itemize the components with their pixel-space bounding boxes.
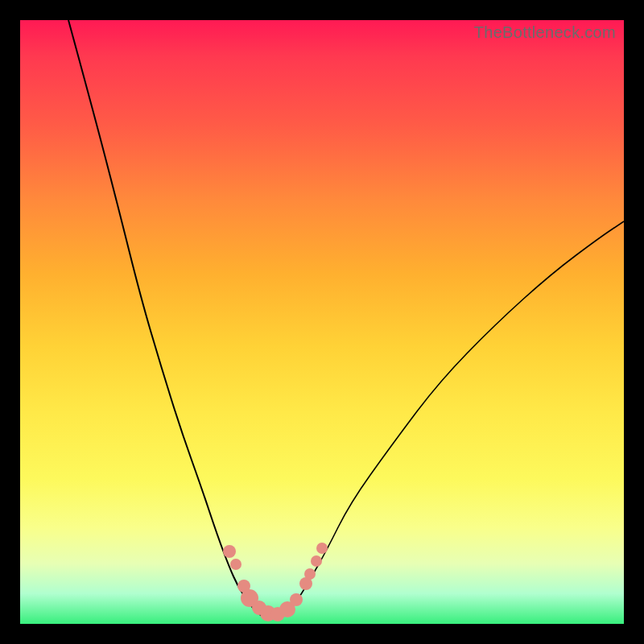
plot-frame: TheBottleneck.com	[20, 20, 624, 624]
beads-group	[223, 543, 328, 621]
bead-10	[304, 568, 316, 580]
watermark-text: TheBottleneck.com	[474, 23, 616, 42]
chart-svg	[20, 20, 624, 624]
bead-12	[316, 543, 328, 554]
right-curve	[286, 221, 624, 616]
bead-11	[311, 555, 322, 567]
bead-0	[223, 545, 236, 558]
bead-1	[230, 559, 242, 570]
bead-8	[290, 593, 303, 606]
left-curve	[68, 20, 262, 616]
